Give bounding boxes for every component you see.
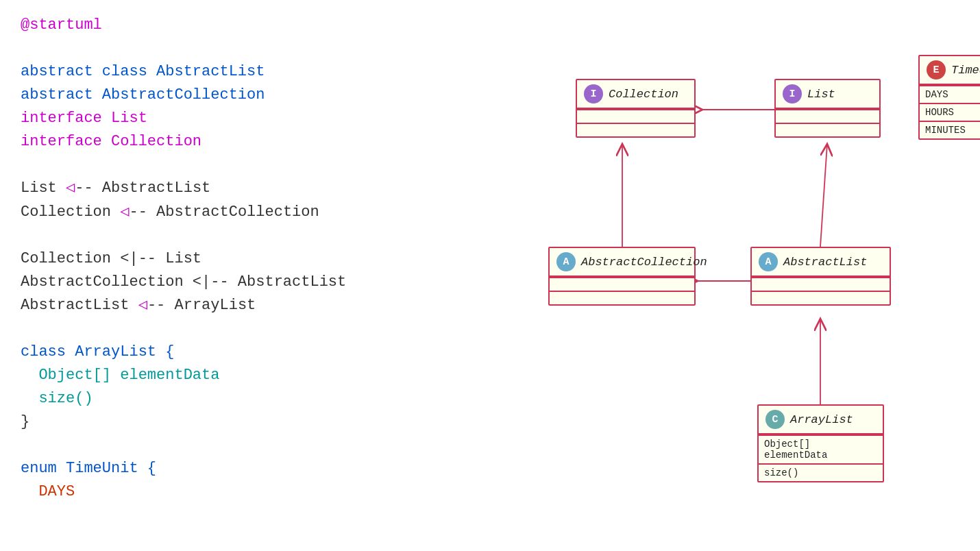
arraylist-field: Object[] elementData	[759, 434, 883, 463]
uml-box-abstract-list: A AbstractList	[750, 247, 891, 306]
uml-box-collection: I Collection	[576, 79, 696, 138]
svg-line-2	[820, 144, 827, 247]
badge-abstract-list: A	[759, 252, 778, 271]
uml-box-arraylist: C ArrayList Object[] elementData size()	[757, 404, 884, 482]
label-arraylist: ArrayList	[790, 413, 853, 426]
code-line-6: interface Collection	[21, 133, 201, 150]
code-line-21: DAYS	[21, 483, 75, 500]
code-line-12: AbstractCollection <|-- AbstractList	[21, 273, 346, 291]
code-line-13: AbstractList ◁-- ArrayList	[21, 297, 256, 314]
uml-box-abstract-collection: A AbstractCollection	[548, 247, 696, 306]
code-line-4: abstract AbstractCollection	[21, 86, 265, 103]
uml-diagram: I Collection I List A AbstractCollection…	[493, 0, 980, 551]
badge-collection: I	[584, 84, 603, 103]
label-collection: Collection	[609, 88, 678, 101]
code-editor: @startuml abstract class AbstractList ab…	[0, 0, 493, 551]
uml-box-timeunit: E TimeUnit DAYS HOURS MINUTES	[918, 55, 980, 140]
timeunit-hours: HOURS	[920, 103, 980, 121]
label-abstract-list: AbstractList	[783, 256, 867, 269]
code-line-18: }	[21, 413, 29, 430]
code-line-16: Object[] elementData	[21, 367, 219, 384]
badge-arraylist: C	[765, 410, 785, 429]
code-line-11: Collection <|-- List	[21, 250, 201, 267]
code-line-17: size()	[21, 390, 93, 407]
code-line-8: List ◁-- AbstractList	[21, 180, 210, 197]
badge-list: I	[783, 84, 802, 103]
label-timeunit: TimeUnit	[951, 64, 980, 77]
timeunit-days: DAYS	[920, 85, 980, 103]
code-line-1: @startuml	[21, 16, 102, 34]
code-line-20: enum TimeUnit {	[21, 460, 156, 477]
code-line-9: Collection ◁-- AbstractCollection	[21, 204, 319, 221]
timeunit-minutes: MINUTES	[920, 121, 980, 138]
code-line-5: interface List	[21, 110, 147, 127]
uml-box-list: I List	[774, 79, 881, 138]
code-line-3: abstract class AbstractList	[21, 63, 265, 80]
label-abstract-collection: AbstractCollection	[581, 256, 707, 269]
label-list: List	[807, 88, 835, 101]
code-line-15: class ArrayList {	[21, 343, 174, 360]
arraylist-method: size()	[759, 463, 883, 481]
badge-timeunit: E	[927, 60, 946, 79]
badge-abstract-collection: A	[556, 252, 576, 271]
